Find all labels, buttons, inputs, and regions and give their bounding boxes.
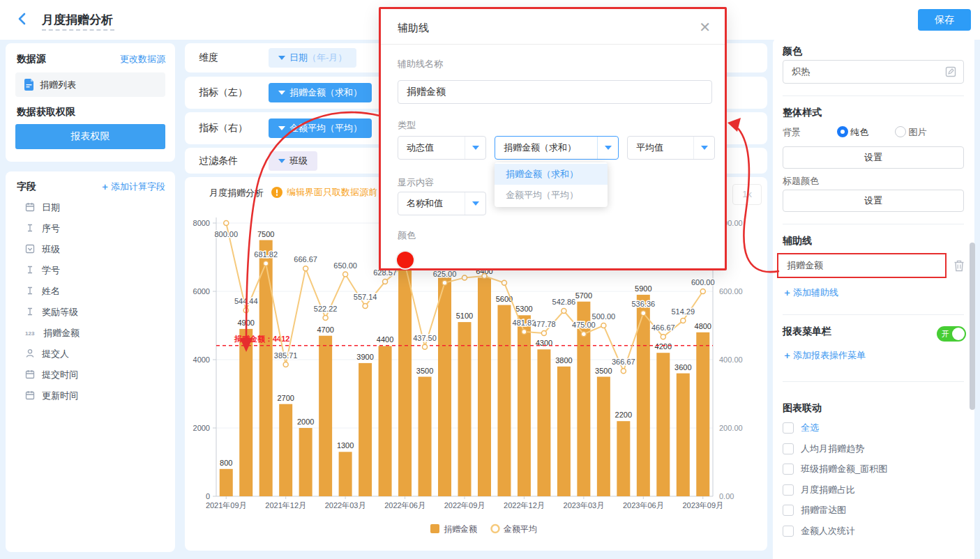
linkage-item-月度捐赠占比[interactable]: 月度捐赠占比 xyxy=(783,484,855,496)
line-point-2022年09月[interactable] xyxy=(462,275,467,280)
line-point-2023年05月[interactable] xyxy=(621,369,626,374)
line-point-2023年01月[interactable] xyxy=(541,330,546,335)
line-point-2022年11月[interactable] xyxy=(502,280,506,285)
pill-指标（右）[interactable]: 金额平均（平均） xyxy=(269,118,372,138)
line-point-2022年04月[interactable] xyxy=(363,304,368,309)
field-item-日期[interactable]: 日期 xyxy=(25,201,60,215)
bar-2022年01月[interactable] xyxy=(299,428,312,496)
field-item-班级[interactable]: 班级 xyxy=(25,243,60,256)
checkbox-icon[interactable] xyxy=(783,422,794,434)
pill-维度[interactable]: 日期（年-月） xyxy=(269,48,356,68)
change-datasource-link[interactable]: 更改数据源 xyxy=(120,53,165,66)
menu-toggle[interactable]: 开 xyxy=(937,326,966,342)
line-point-2022年08月[interactable] xyxy=(442,280,447,285)
aux-line-item[interactable]: 捐赠金额 xyxy=(777,253,947,278)
metric-select[interactable]: 捐赠金额（求和） xyxy=(495,136,619,160)
close-icon[interactable]: ✕ xyxy=(699,19,711,36)
type-select[interactable]: 动态值 xyxy=(398,136,486,160)
line-point-2021年09月[interactable] xyxy=(224,221,229,226)
linkage-item-人均月捐赠趋势[interactable]: 人均月捐赠趋势 xyxy=(783,443,864,455)
line-point-2023年02月[interactable] xyxy=(561,308,566,313)
legend-line-swatch[interactable] xyxy=(492,525,499,533)
back-icon[interactable] xyxy=(17,11,28,26)
checkbox-icon[interactable] xyxy=(783,505,794,516)
line-point-2021年12月[interactable] xyxy=(283,362,288,367)
color-swatch[interactable] xyxy=(397,252,414,268)
bar-2021年12月[interactable] xyxy=(279,404,292,496)
save-button[interactable]: 保存 xyxy=(918,9,971,31)
color-scheme-input[interactable]: 炽热 xyxy=(783,60,964,84)
line-point-2021年11月[interactable] xyxy=(264,261,269,266)
add-aux-link[interactable]: ＋添加辅助线 xyxy=(783,286,964,299)
line-point-2022年05月[interactable] xyxy=(383,280,388,284)
bar-2021年09月[interactable] xyxy=(220,469,233,496)
field-item-提交人[interactable]: 提交人 xyxy=(25,347,69,361)
line-point-2023年07月[interactable] xyxy=(661,335,665,339)
line-point-2022年01月[interactable] xyxy=(303,266,308,271)
bar-2023年09月[interactable] xyxy=(696,332,709,496)
checkbox-icon[interactable] xyxy=(783,526,794,537)
bar-2022年10月[interactable] xyxy=(478,277,491,496)
line-point-2023年08月[interactable] xyxy=(681,318,686,323)
bar-2022年11月[interactable] xyxy=(497,305,511,496)
line-point-2023年04月[interactable] xyxy=(601,323,606,328)
bar-2023年05月[interactable] xyxy=(617,421,630,496)
bar-2022年03月[interactable] xyxy=(339,452,352,496)
field-item-奖励等级[interactable]: 奖励等级 xyxy=(25,305,78,319)
field-item-学号[interactable]: 学号 xyxy=(25,263,60,277)
field-item-捐赠金额[interactable]: 123捐赠金额 xyxy=(25,326,80,340)
add-calc-field-link[interactable]: ＋添加计算字段 xyxy=(100,181,165,193)
bar-2022年12月[interactable] xyxy=(518,315,531,496)
bar-2022年07月[interactable] xyxy=(419,377,432,497)
linkage-item-金额人次统计[interactable]: 金额人次统计 xyxy=(783,525,855,537)
field-item-更新时间[interactable]: 更新时间 xyxy=(25,389,78,403)
bar-2021年10月[interactable] xyxy=(239,329,252,496)
bar-2023年01月[interactable] xyxy=(537,349,550,496)
bar-2022年08月[interactable] xyxy=(438,275,451,497)
linkage-item-全选[interactable]: 全选 xyxy=(783,422,819,434)
bar-2022年04月[interactable] xyxy=(359,363,372,496)
line-point-2022年02月[interactable] xyxy=(323,316,328,321)
bar-2022年09月[interactable] xyxy=(458,322,472,496)
line-point-2021年10月[interactable] xyxy=(243,308,248,313)
bar-2023年03月[interactable] xyxy=(577,302,590,496)
linkage-item-班级捐赠金额_面积图[interactable]: 班级捐赠金额_面积图 xyxy=(783,463,887,475)
bar-2023年08月[interactable] xyxy=(677,374,690,496)
bg-set-button[interactable]: 设置 xyxy=(783,146,964,169)
add-menu-link[interactable]: ＋添加报表操作菜单 xyxy=(783,349,964,362)
bar-2023年04月[interactable] xyxy=(597,377,610,497)
edit-icon[interactable] xyxy=(945,66,956,77)
linkage-item-捐赠雷达图[interactable]: 捐赠雷达图 xyxy=(783,504,846,516)
field-item-姓名[interactable]: 姓名 xyxy=(25,284,60,298)
line-point-2022年07月[interactable] xyxy=(423,344,428,349)
pill-过滤条件[interactable]: 班级 xyxy=(269,151,317,171)
bar-2022年02月[interactable] xyxy=(319,336,332,496)
bar-2023年02月[interactable] xyxy=(557,367,571,496)
line-point-2023年03月[interactable] xyxy=(581,332,586,337)
title-color-set-button[interactable]: 设置 xyxy=(783,190,964,212)
aggregate-select[interactable]: 平均值 xyxy=(627,136,715,160)
checkbox-icon[interactable] xyxy=(783,443,794,454)
dropdown-option-捐赠金额（求和）[interactable]: 捐赠金额（求和） xyxy=(495,164,608,185)
line-point-2022年10月[interactable] xyxy=(482,273,487,278)
line-point-2022年03月[interactable] xyxy=(343,272,348,277)
bar-2023年07月[interactable] xyxy=(656,353,670,496)
dropdown-option-金额平均（平均）[interactable]: 金额平均（平均） xyxy=(495,185,608,206)
scrollbar-thumb[interactable] xyxy=(970,243,975,410)
radio-image[interactable]: 图片 xyxy=(895,127,927,137)
checkbox-icon[interactable] xyxy=(783,484,794,496)
pill-指标（左）[interactable]: 捐赠金额（求和） xyxy=(269,83,372,102)
report-permission-button[interactable]: 报表权限 xyxy=(15,124,165,149)
display-select[interactable]: 名称和值 xyxy=(398,192,486,215)
line-point-2023年06月[interactable] xyxy=(641,311,646,316)
datasource-item[interactable]: 捐赠列表 xyxy=(15,72,165,97)
trash-icon[interactable] xyxy=(953,259,965,273)
checkbox-icon[interactable] xyxy=(783,464,794,475)
bar-2022年05月[interactable] xyxy=(379,346,392,496)
field-item-提交时间[interactable]: 提交时间 xyxy=(25,368,78,382)
field-item-序号[interactable]: 序号 xyxy=(25,222,60,236)
line-point-2023年09月[interactable] xyxy=(700,289,705,294)
line-point-2022年12月[interactable] xyxy=(522,329,527,334)
bar-2021年11月[interactable] xyxy=(259,240,273,497)
radio-solid[interactable]: 纯色 xyxy=(837,127,869,137)
